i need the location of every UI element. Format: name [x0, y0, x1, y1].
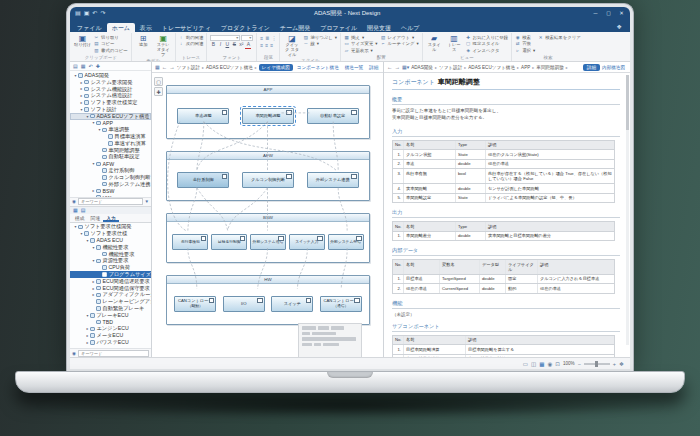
- tree-item[interactable]: ▾ ADAS ECU: [70, 237, 151, 244]
- tree-item[interactable]: クルコン制御判断: [70, 174, 151, 181]
- breadcrumb[interactable]: ソフト設計: [177, 65, 200, 70]
- tree-item[interactable]: ▾ ソフト要求仕様開発: [70, 224, 151, 231]
- zoom-out-icon[interactable]: −: [578, 358, 581, 370]
- view-menu-icon[interactable]: ▦▾: [402, 64, 409, 70]
- bullet-list-icon[interactable]: ≡: [260, 35, 263, 41]
- single-view-icon[interactable]: ▭: [523, 358, 528, 370]
- layer-container-bsw[interactable]: BSW 先行車検知 目標走行制御: [166, 213, 370, 263]
- inspector-button[interactable]: ◈インスペクタ: [466, 47, 509, 54]
- tab-component-structure[interactable]: コンポーネント構造: [295, 65, 341, 70]
- tree-item[interactable]: ▾ APP: [70, 120, 151, 127]
- forward-icon[interactable]: →: [169, 64, 175, 70]
- tree-item[interactable]: ▸ アダプティブクルーズコントロール: [70, 291, 151, 298]
- document-icon[interactable]: ▦: [155, 64, 160, 70]
- add-model-button[interactable]: ⊞ 追加: [135, 34, 152, 48]
- component-box[interactable]: 先行車検知: [172, 234, 208, 250]
- paste-button[interactable]: ▣ 貼り付け: [74, 34, 91, 48]
- tree-item[interactable]: 自動緊急ブレーキ: [70, 305, 151, 312]
- table-row[interactable]: 4. 実車間距離 double センサが計測した車間距離: [393, 184, 614, 193]
- ribbon-tab[interactable]: プロファイル: [315, 23, 362, 32]
- component-box[interactable]: 車間距離調整: [242, 108, 294, 124]
- grid-view-icon[interactable]: ▦: [539, 358, 544, 370]
- breadcrumb[interactable]: ADAS ECUソフト構造: [468, 65, 515, 70]
- component-box[interactable]: CANコントローラ （駆動）: [174, 296, 216, 312]
- table-row[interactable]: 2. 車速 double 現在の車速: [393, 160, 614, 169]
- stereotype-button[interactable]: ▣ ステレオタイプ: [155, 34, 172, 57]
- detail-tab-button[interactable]: 詳細: [583, 64, 600, 71]
- tab-layer-diagram[interactable]: レイヤ構成図: [259, 64, 293, 71]
- account-icon[interactable]: ❖: [617, 23, 622, 30]
- grid-view-icon[interactable]: ▦: [81, 63, 86, 69]
- tree-item[interactable]: ▾ ADAS開発: [70, 72, 151, 79]
- forward-icon[interactable]: →: [395, 64, 401, 70]
- filter-icon[interactable]: ▼: [145, 199, 149, 204]
- breadcrumb[interactable]: ソフト設計: [439, 65, 462, 70]
- ribbon-tab[interactable]: ヘルプ: [396, 23, 424, 32]
- tree-item[interactable]: 外部システム連携: [70, 181, 151, 188]
- component-box[interactable]: 外部システム送信: [250, 234, 286, 250]
- tree-item[interactable]: レーンキーピングアシスト: [70, 298, 151, 305]
- table-row[interactable]: 2. 車間距離差分演算 車間距離差分を計算する: [393, 355, 614, 357]
- back-icon[interactable]: ←: [162, 64, 168, 70]
- undo-icon[interactable]: ↶: [92, 7, 97, 20]
- tree-item[interactable]: ▸ システム要求開発: [70, 79, 151, 86]
- tab-input[interactable]: 入力: [103, 214, 119, 222]
- breadcrumb[interactable]: ADAS開発: [411, 65, 433, 70]
- window-icon[interactable]: ▣: [84, 7, 90, 20]
- ribbon-tab[interactable]: プロダクトライン: [216, 23, 275, 32]
- component-box[interactable]: クルコン制御判断: [242, 172, 294, 188]
- tab-structure-list[interactable]: 構造一覧: [343, 65, 365, 70]
- numbered-list-icon[interactable]: ≣: [265, 35, 269, 41]
- table-row[interactable]: 1. クルコン状態 State 現在のクルコン状態(State): [393, 150, 614, 159]
- style-view-button[interactable]: ▰ スタイル: [426, 34, 443, 53]
- tree-item[interactable]: ▾ ソフト要求仕様: [70, 230, 151, 237]
- table-row[interactable]: 3. 先行車有無 bool 先行車が存在する（検知している）場合 True、存在…: [393, 169, 614, 184]
- keyword-search-input[interactable]: [78, 198, 143, 205]
- tree-item[interactable]: ▸ ECU間通信遅延要求: [70, 278, 151, 285]
- maximize-button[interactable]: ◻: [602, 7, 615, 20]
- tree-item[interactable]: 目標車速演算: [70, 133, 151, 140]
- tree-item[interactable]: ▾ ソフト設計: [70, 106, 151, 113]
- breadcrumb[interactable]: ADAS ECUソフト構造: [206, 65, 253, 70]
- trace-view-button[interactable]: ▥ トレース: [446, 34, 463, 53]
- layer-container-hw[interactable]: HW CANコントローラ （駆動） I/O: [166, 275, 370, 325]
- select-tool-icon[interactable]: ▢: [154, 77, 163, 86]
- component-box[interactable]: 走行系制御: [177, 172, 229, 188]
- tree-item[interactable]: ▾ 資源性要求: [70, 257, 151, 264]
- tree-item[interactable]: ▸ メータECU: [70, 332, 151, 339]
- tree-item[interactable]: 車速ずれ演算: [70, 140, 151, 147]
- clear-search-button[interactable]: ✕検索結果をクリア: [538, 34, 581, 41]
- layer-container-afw[interactable]: AFW 走行系制御 クルコン制御判断: [166, 151, 370, 201]
- ribbon-tab[interactable]: 表示: [135, 23, 157, 32]
- align-right-icon[interactable]: ≡: [270, 42, 273, 48]
- tree-item[interactable]: ▸ ソフト要求仕様策定: [70, 99, 151, 106]
- line-button[interactable]: ─線▾: [303, 41, 337, 48]
- zoom-slider-thumb[interactable]: [595, 361, 598, 367]
- ribbon-tab[interactable]: チーム開発: [275, 23, 315, 32]
- component-box[interactable]: 外部システム受信: [328, 234, 364, 250]
- font-family-select[interactable]: ▾: [210, 35, 240, 41]
- component-box[interactable]: CANコントローラ （通信）: [320, 296, 362, 312]
- internal-structure-tab[interactable]: 内部構造図: [602, 65, 625, 70]
- zoom-in-icon[interactable]: +: [613, 358, 616, 370]
- tree-item[interactable]: 車間距離調整: [70, 147, 151, 154]
- strikethrough-button[interactable]: S: [231, 41, 237, 48]
- close-button[interactable]: ✕: [615, 7, 628, 20]
- tree-item[interactable]: ▾ AFW: [70, 160, 151, 167]
- minimize-button[interactable]: ─: [589, 7, 602, 20]
- keyword-search-input[interactable]: [78, 350, 149, 357]
- quick-style-button[interactable]: ◪ クイック スタイル: [283, 34, 300, 57]
- panel-icon[interactable]: ▦: [73, 207, 78, 213]
- tab-structure[interactable]: 構成: [72, 214, 88, 222]
- table-row[interactable]: 2. 現在の車速 CurrentSpeed double 動的 現在の車速: [393, 284, 614, 293]
- tree-item[interactable]: ▾ ブレーキECU: [70, 312, 151, 319]
- font-color-button[interactable]: A: [245, 41, 251, 49]
- back-icon[interactable]: ←: [387, 64, 393, 70]
- tree-item[interactable]: ▾ ADAS ECUソフト構造: [70, 113, 151, 120]
- ribbon-tab[interactable]: ホーム: [107, 23, 135, 32]
- tree-item[interactable]: ▸ エンジンECU: [70, 325, 151, 332]
- tree-item[interactable]: プログラムサイズ: [70, 271, 151, 278]
- breadcrumb[interactable]: 車間距離調整: [536, 65, 564, 70]
- tree-item[interactable]: ▾ 機能性要求: [70, 244, 151, 251]
- save-icon[interactable]: ▤: [75, 7, 81, 20]
